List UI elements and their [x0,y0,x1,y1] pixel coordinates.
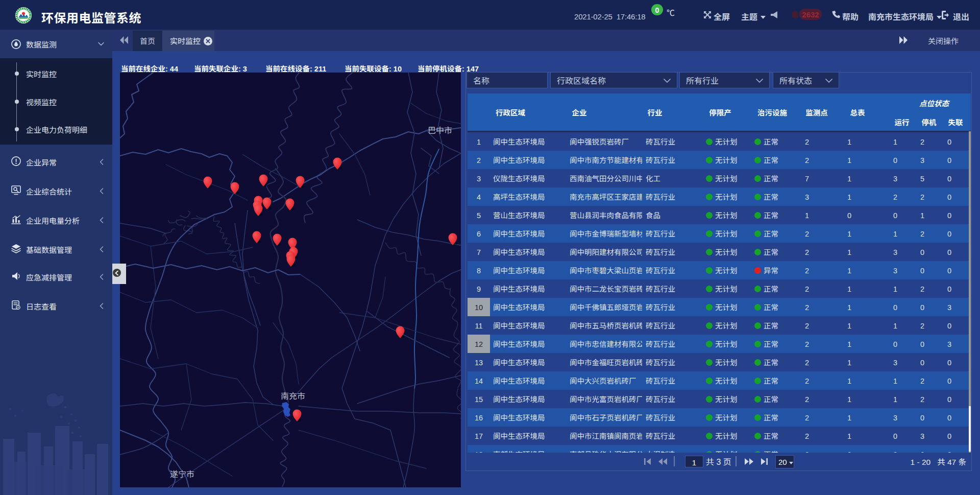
svg-text:遂宁市: 遂宁市 [170,467,194,480]
svg-text:南充市: 南充市 [281,389,305,402]
svg-text:巴中市: 巴中市 [428,124,452,136]
